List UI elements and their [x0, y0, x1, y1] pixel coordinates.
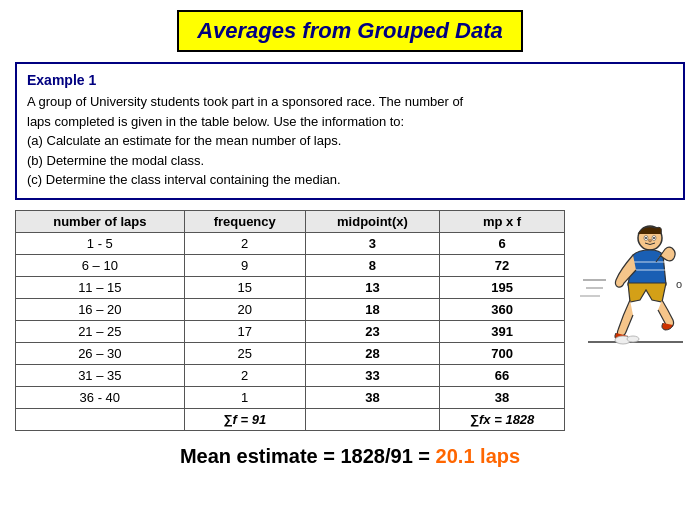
table-row: 1 - 5 2 3 6: [16, 232, 565, 254]
svg-point-3: [645, 237, 647, 239]
table-row: 36 - 40 1 38 38: [16, 386, 565, 408]
svg-point-4: [653, 237, 655, 239]
mean-estimate-line: Mean estimate = 1828/91 = 20.1 laps: [15, 445, 685, 468]
content-row: number of laps frequency midpoint(x) mp …: [15, 210, 685, 431]
svg-text:o: o: [676, 278, 682, 290]
mean-estimate-text: Mean estimate = 1828/91 =: [180, 445, 436, 467]
page-container: Averages from Grouped Data Example 1 A g…: [0, 0, 700, 525]
table-row: 6 – 10 9 8 72: [16, 254, 565, 276]
table-row: 21 – 25 17 23 391: [16, 320, 565, 342]
runner-icon: o: [578, 220, 683, 350]
sum-row: ∑f = 91 ∑fx = 1828: [16, 408, 565, 430]
page-title: Averages from Grouped Data: [197, 18, 503, 44]
table-row: 31 – 35 2 33 66: [16, 364, 565, 386]
table-row: 16 – 20 20 18 360: [16, 298, 565, 320]
table-row: 11 – 15 15 13 195: [16, 276, 565, 298]
data-table: number of laps frequency midpoint(x) mp …: [15, 210, 565, 431]
runner-area: o: [575, 220, 685, 350]
example-label: Example 1: [27, 72, 673, 88]
title-box: Averages from Grouped Data: [177, 10, 523, 52]
example-box: Example 1 A group of University students…: [15, 62, 685, 200]
col-header-freq: frequency: [184, 210, 305, 232]
table-body: 1 - 5 2 3 6 6 – 10 9 8 72 11 – 15 15 13 …: [16, 232, 565, 430]
table-row: 26 – 30 25 28 700: [16, 342, 565, 364]
col-header-mid: midpoint(x): [305, 210, 439, 232]
title-wrapper: Averages from Grouped Data: [15, 10, 685, 52]
col-header-mpf: mp x f: [440, 210, 565, 232]
mean-estimate-value: 20.1 laps: [436, 445, 521, 467]
example-text: A group of University students took part…: [27, 92, 673, 190]
svg-point-9: [627, 336, 639, 342]
col-header-laps: number of laps: [16, 210, 185, 232]
